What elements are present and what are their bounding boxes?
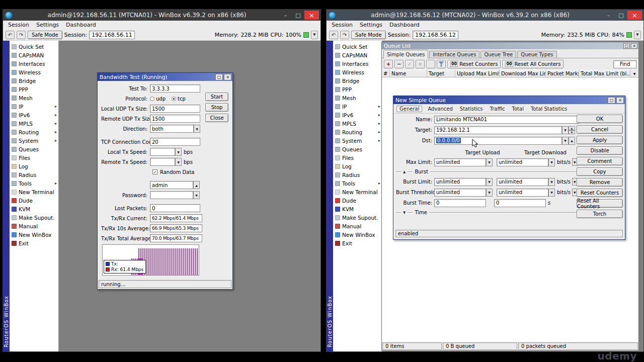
dialog-button[interactable]: Torch: [577, 210, 623, 218]
sidebar-item[interactable]: Manual: [333, 222, 382, 230]
close-button[interactable]: ×: [627, 11, 642, 20]
dialog-button[interactable]: Disable: [577, 146, 623, 155]
spin-up-icon[interactable]: ▲: [569, 126, 575, 130]
titlebar[interactable]: admin@192.168.56.12 (MTCNA02) - WinBox v…: [327, 10, 643, 21]
sidebar-item[interactable]: Log: [10, 162, 58, 170]
name-input[interactable]: Limitando MTCNA01: [434, 116, 579, 124]
max-limit-upload-select[interactable]: unlimited: [434, 158, 486, 166]
dst-dropdown-icon[interactable]: ▼: [562, 137, 569, 145]
dialog-button[interactable]: Apply: [577, 136, 623, 144]
dialog-close-button[interactable]: ×: [616, 97, 624, 104]
sidebar-item[interactable]: Make Supout.rif: [333, 213, 382, 222]
time-section-toggle[interactable]: ▼ Time: [396, 209, 579, 216]
dropdown-icon[interactable]: ▼: [486, 158, 493, 166]
disable-queue-button[interactable]: ×: [416, 60, 425, 68]
sidebar-item[interactable]: New WinBox: [333, 230, 382, 239]
safe-mode-button[interactable]: Safe Mode: [28, 31, 62, 39]
sidebar-item[interactable]: Interfaces: [333, 59, 382, 68]
tab-queue-types[interactable]: Queue Types: [517, 51, 556, 58]
sidebar-item[interactable]: Manual: [10, 222, 58, 230]
sidebar-item[interactable]: System ▸: [10, 136, 58, 145]
user-input[interactable]: admin: [150, 181, 193, 189]
local-tx-input[interactable]: [150, 148, 175, 156]
dialog-titlebar[interactable]: New Simple Queue □ ×: [393, 96, 625, 104]
queue-list-restore-button[interactable]: □: [623, 43, 630, 49]
burst-time-download-input[interactable]: 0: [494, 199, 546, 207]
sidebar-item[interactable]: Wireless: [10, 68, 58, 76]
session-input[interactable]: 192.168.56.12: [413, 31, 458, 39]
sidebar-item[interactable]: Interfaces: [10, 59, 58, 68]
tab-queue-tree[interactable]: Queue Tree: [480, 51, 516, 58]
dialog-button[interactable]: Comment: [577, 157, 623, 165]
sidebar-item[interactable]: CAPsMAN: [10, 51, 58, 59]
dialog-button[interactable]: Remove: [577, 178, 623, 187]
dst-input[interactable]: 0.0.0.0/0: [434, 137, 562, 145]
column-header[interactable]: Packet Marks: [546, 70, 579, 77]
dropdown-icon[interactable]: ▼: [486, 189, 493, 197]
dialog-button[interactable]: Cancel: [577, 125, 623, 134]
toolbar-dropdown-button[interactable]: ▼: [634, 31, 641, 39]
dialog-maximize-button[interactable]: □: [215, 74, 223, 80]
tab-interface-queues[interactable]: Interface Queues: [429, 51, 479, 58]
sidebar-item[interactable]: Files: [10, 153, 58, 162]
safe-mode-button[interactable]: Safe Mode: [351, 31, 386, 39]
maximize-button[interactable]: □: [615, 11, 627, 20]
sidebar-item[interactable]: Bridge: [10, 76, 58, 85]
menu-item[interactable]: Dashboard: [66, 22, 96, 28]
sidebar-item[interactable]: Routing ▸: [333, 128, 382, 136]
random-data-checkbox[interactable]: ✓: [152, 169, 157, 174]
sidebar-item[interactable]: Quick Set: [10, 42, 58, 51]
dropdown-icon[interactable]: ▼: [548, 178, 555, 186]
sidebar-item[interactable]: MPLS ▸: [10, 119, 58, 128]
minimize-button[interactable]: –: [279, 11, 292, 20]
menu-item[interactable]: Session: [8, 22, 29, 28]
dialog-titlebar[interactable]: Bandwidth Test (Running) □ ×: [98, 73, 232, 81]
sidebar-item[interactable]: IPv6 ▸: [333, 111, 382, 119]
sidebar-item[interactable]: Files: [333, 153, 382, 162]
queue-list-close-button[interactable]: ×: [631, 43, 637, 49]
column-header[interactable]: Download Max Limit: [500, 70, 546, 77]
menu-item[interactable]: Dashboard: [389, 22, 420, 28]
undo-button[interactable]: ↶: [6, 31, 15, 39]
dialog-button[interactable]: OK: [577, 115, 623, 123]
sidebar-item[interactable]: Bridge: [333, 76, 382, 85]
tab-general[interactable]: General: [396, 106, 422, 112]
tcp-count-input[interactable]: 20: [150, 138, 200, 146]
maximize-button[interactable]: □: [292, 11, 304, 20]
sidebar-item[interactable]: New WinBox: [10, 230, 58, 239]
sidebar-item[interactable]: Exit: [333, 239, 382, 247]
protocol-udp-radio[interactable]: udp: [150, 96, 166, 102]
column-header[interactable]: #: [382, 70, 390, 77]
column-options-button[interactable]: ▼: [630, 70, 638, 77]
toolbar-dropdown-button[interactable]: ▼: [311, 31, 318, 39]
column-header[interactable]: Upload Max Limit: [455, 70, 500, 77]
comment-button[interactable]: [426, 60, 435, 68]
reset-all-counters-button[interactable]: 00 Reset All Counters: [502, 60, 564, 68]
redo-button[interactable]: ↷: [17, 31, 26, 39]
target-input[interactable]: 192.168.12.1: [434, 126, 562, 134]
tab-total-statistics[interactable]: Total Statistics: [529, 106, 569, 112]
stop-button[interactable]: Stop: [205, 103, 228, 112]
direction-dropdown-icon[interactable]: ▼: [194, 125, 200, 133]
remove-queue-button[interactable]: −: [394, 60, 404, 68]
test-to-input[interactable]: 3.3.3.3: [150, 84, 200, 93]
sidebar-item[interactable]: Make Supout.rif: [10, 213, 58, 222]
dst-remove-icon[interactable]: ▲: [569, 137, 575, 145]
start-button[interactable]: Start: [205, 93, 228, 101]
sidebar-item[interactable]: IP ▸: [10, 102, 58, 111]
sidebar-item[interactable]: Radius: [10, 170, 58, 179]
close-button[interactable]: ×: [304, 11, 319, 20]
sidebar-item[interactable]: Queues: [333, 145, 382, 153]
user-collapse-icon[interactable]: ▲: [193, 181, 200, 189]
sidebar-item[interactable]: Exit: [10, 239, 58, 247]
sidebar-item[interactable]: Dude: [333, 196, 382, 205]
column-header[interactable]: Name: [390, 70, 427, 77]
close-dialog-button[interactable]: Close: [205, 114, 228, 122]
sidebar-item[interactable]: IPv6 ▸: [10, 111, 58, 119]
tab-simple-queues[interactable]: Simple Queues: [383, 50, 428, 58]
password-dropdown-icon[interactable]: ▼: [193, 191, 200, 199]
password-input[interactable]: [150, 191, 193, 199]
minimize-button[interactable]: –: [602, 11, 615, 20]
sidebar-item[interactable]: PPP: [333, 85, 382, 94]
spin-down-icon[interactable]: ▼: [569, 130, 575, 134]
